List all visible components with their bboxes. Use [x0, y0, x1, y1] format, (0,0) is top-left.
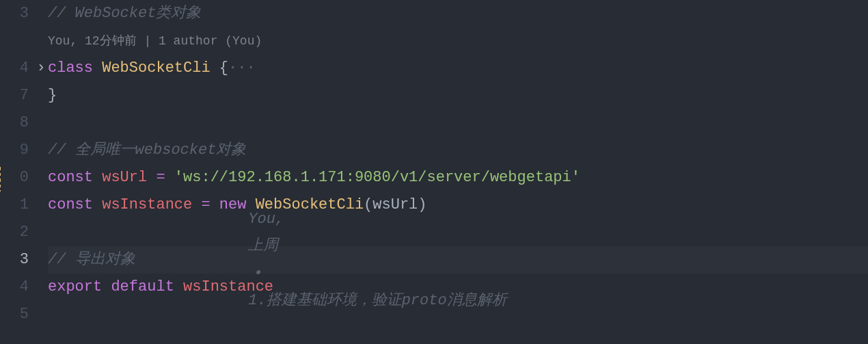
- string-literal: 'ws://192.168.1.171:9080/v1/server/webge…: [174, 164, 580, 191]
- fold-cell: [34, 82, 48, 109]
- line-number: 2: [0, 219, 29, 246]
- comment-text: // 导出对象: [48, 246, 135, 274]
- fold-cell: [34, 0, 48, 27]
- gutter-modified-icon[interactable]: [0, 164, 1, 191]
- variable-name: wsInstance: [183, 274, 273, 301]
- variable-name: wsUrl: [102, 164, 147, 191]
- line-number: 8: [0, 109, 29, 137]
- fold-cell: [34, 301, 48, 328]
- code-line[interactable]: class WebSocketCli {···: [48, 55, 868, 82]
- line-number-gutter: 3 4 7 8 9 0 1 2 3 4 5: [0, 0, 34, 344]
- line-number: 7: [0, 82, 29, 109]
- line-number: 0: [0, 164, 29, 191]
- keyword-export: export: [48, 274, 102, 301]
- code-line[interactable]: // WebSocket类对象: [48, 0, 868, 27]
- line-number: 3: [0, 246, 29, 274]
- class-name: WebSocketCli: [102, 55, 210, 82]
- blame-message: 1.搭建基础环境，验证proto消息解析: [248, 292, 506, 309]
- code-line-active[interactable]: // 导出对象 You, 上周 • 1.搭建基础环境，验证proto消息解析: [48, 246, 868, 274]
- brace-close: }: [48, 82, 57, 109]
- line-number: 9: [0, 137, 29, 164]
- blame-author: You,: [248, 211, 284, 228]
- codelens-text[interactable]: You, 12分钟前 | 1 author (You): [48, 30, 262, 52]
- codelens-line[interactable]: You, 12分钟前 | 1 author (You): [48, 27, 868, 55]
- keyword-class: class: [48, 55, 93, 82]
- code-line[interactable]: const wsUrl = 'ws://192.168.1.171:9080/v…: [48, 164, 868, 191]
- line-number: 3: [0, 0, 29, 27]
- blame-time: 上周: [248, 237, 278, 254]
- code-area[interactable]: // WebSocket类对象 You, 12分钟前 | 1 author (Y…: [48, 0, 868, 344]
- fold-toggle[interactable]: ›: [34, 55, 48, 82]
- fold-cell: [34, 219, 48, 246]
- line-number: [0, 27, 29, 55]
- line-number: 4: [0, 274, 29, 301]
- fold-ellipsis-icon[interactable]: ···: [228, 55, 256, 82]
- fold-cell: [34, 274, 48, 301]
- line-number: 5: [0, 301, 29, 328]
- code-line[interactable]: // 全局唯一websocket对象: [48, 137, 868, 164]
- keyword-const: const: [48, 191, 93, 219]
- fold-cell: [34, 246, 48, 274]
- operator-equals: =: [156, 164, 165, 191]
- brace-open: {: [219, 55, 228, 82]
- fold-cell: [34, 191, 48, 219]
- comment-text: // 全局唯一websocket对象: [48, 137, 246, 164]
- line-number: 1: [0, 191, 29, 219]
- code-editor[interactable]: 3 4 7 8 9 0 1 2 3 4 5 › // WebSocket类对象 …: [0, 0, 868, 344]
- keyword-const: const: [48, 164, 93, 191]
- fold-cell: [34, 137, 48, 164]
- code-line[interactable]: }: [48, 82, 868, 109]
- fold-cell: [34, 109, 48, 137]
- line-number: 4: [0, 55, 29, 82]
- fold-column: ›: [34, 0, 48, 344]
- code-line[interactable]: [48, 109, 868, 137]
- comment-text: // WebSocket类对象: [48, 0, 201, 27]
- keyword-default: default: [111, 274, 174, 301]
- fold-cell: [34, 164, 48, 191]
- fold-cell: [34, 27, 48, 55]
- git-blame-annotation[interactable]: You, 上周 • 1.搭建基础环境，验证proto消息解析: [176, 178, 507, 341]
